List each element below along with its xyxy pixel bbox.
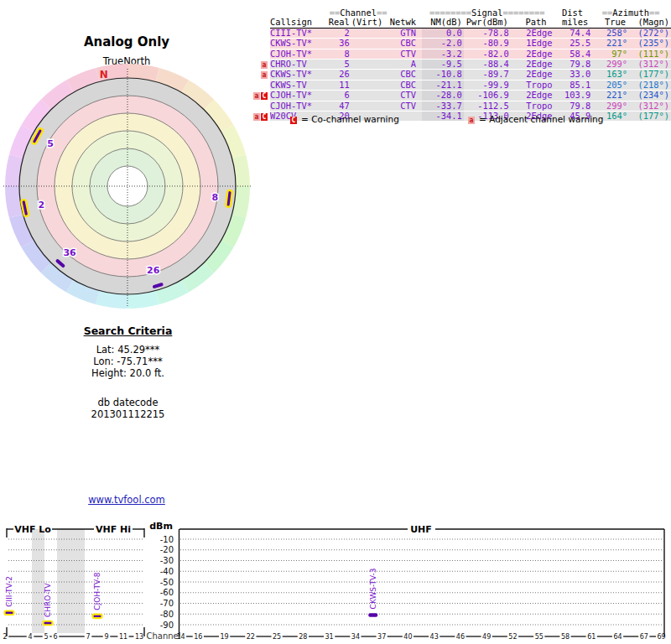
cell-pwr: -80.9 — [464, 39, 511, 49]
cell-path: Tropo — [511, 80, 554, 90]
cell-real: 36 — [329, 39, 351, 49]
radar-marker-label: 5 — [47, 138, 54, 149]
cell-callsign: CKWS-TV* — [270, 70, 329, 80]
signal-marker-label: CJOH-TV-8 — [94, 572, 102, 610]
cell-true_az: 163° — [592, 70, 629, 80]
signal-strength-chart: -10-20-30-40-50-60-70-80-90VHF LoVHF HiU… — [0, 518, 671, 644]
cell-real: 11 — [329, 80, 351, 90]
cell-virt — [351, 60, 390, 70]
warning-badge-cell: a — [252, 70, 270, 80]
cell-magn: (218°) — [629, 80, 671, 90]
channel-tick-label: 64 — [613, 633, 622, 641]
channel-tick-label: 34 — [351, 633, 360, 641]
north-label: N — [100, 69, 108, 80]
warning-badge-cell: aC — [252, 91, 270, 101]
cell-miles: 33.0 — [554, 70, 593, 80]
warning-badge-cell — [252, 49, 270, 59]
channel-tick-label: 49 — [482, 633, 491, 641]
co-channel-legend-text: = Co-channel warning — [301, 114, 399, 124]
co-channel-badge: C — [261, 92, 268, 100]
cell-nm: -34.1 — [422, 112, 464, 122]
cell-virt — [351, 80, 390, 90]
cell-nm: -3.2 — [422, 49, 464, 59]
search-criteria-panel: Search Criteria Lat: 45.29*** Lon: -75.7… — [46, 325, 210, 420]
latitude-value: Lat: 45.29*** — [46, 344, 210, 356]
channel-tick-label: 28 — [299, 633, 307, 641]
dbm-tick-label: -70 — [160, 599, 174, 608]
cell-real: 5 — [329, 60, 351, 70]
table-row: CKWS-TV*36CBC-2.0-80.91Edge25.5221°(235°… — [252, 39, 671, 49]
table-column-header-row: Callsign Real (Virt) Netwk NM(dB) Pwr(dB… — [252, 18, 671, 28]
col-netwk: Netwk — [390, 18, 422, 28]
col-magn: (Magn) — [629, 18, 671, 28]
channel-tick-label: 2 — [3, 633, 7, 641]
cell-callsign: CKWS-TV — [270, 80, 329, 90]
cell-real: 2 — [329, 28, 351, 38]
adjacent-channel-badge: a — [253, 92, 260, 100]
cell-path: 2Edge — [511, 91, 554, 101]
cell-true_az: 299° — [592, 101, 629, 111]
cell-nm: -2.0 — [422, 39, 464, 49]
channel-tick-label: 58 — [561, 633, 570, 641]
adjacent-channel-badge: a — [261, 61, 268, 69]
cell-virt — [351, 101, 390, 111]
warning-badge-cell — [252, 39, 270, 49]
cell-miles: 74.4 — [554, 28, 593, 38]
col-path: Path — [511, 18, 554, 28]
adjacent-channel-badge: a — [261, 71, 268, 79]
channel-tick-label: 37 — [377, 633, 386, 641]
cell-nm: -9.5 — [422, 60, 464, 70]
adjacent-channel-legend: a= Adjacent channel warning — [467, 114, 603, 124]
co-channel-legend: C= Co-channel warning — [289, 114, 399, 124]
cell-virt — [351, 39, 390, 49]
channel-tick-label: 13 — [135, 633, 143, 641]
dbm-tick-label: -80 — [160, 610, 174, 619]
signal-marker-label: CKWS-TV-3 — [369, 568, 377, 609]
cell-pwr: -106.9 — [464, 91, 511, 101]
channel-tick-label: 4 — [28, 633, 32, 641]
warning-badge-cell: aC — [252, 112, 270, 122]
dbm-tick-label: -40 — [160, 567, 174, 576]
cell-netwk: CTV — [390, 91, 422, 101]
cell-callsign: CIII-TV* — [270, 28, 329, 38]
channel-tick-label: 43 — [430, 633, 439, 641]
cell-true_az: 221° — [592, 91, 629, 101]
cell-true_az: 97° — [592, 49, 629, 59]
dbm-tick-label: -10 — [160, 535, 174, 544]
warning-badge-cell: a — [252, 60, 270, 70]
cell-true_az: 205° — [592, 80, 629, 90]
cell-netwk: CTV — [390, 101, 422, 111]
cell-path: 2Edge — [511, 60, 554, 70]
cell-callsign: CHRO-TV — [270, 60, 329, 70]
cell-true_az: 299° — [592, 60, 629, 70]
signal-marker-CKWS-TV-3 — [368, 613, 377, 617]
tvfool-link[interactable]: www.tvfool.com — [88, 494, 165, 506]
table-row: CJOH-TV*47CTV-33.7-112.5Tropo79.8299°(31… — [252, 101, 671, 111]
db-datecode-value: 201301112215 — [46, 408, 210, 420]
cell-magn: (177°) — [629, 112, 671, 122]
cell-nm: -21.1 — [422, 80, 464, 90]
table-row: CJOH-TV*8CTV-3.2-82.02Edge58.497°(111°) — [252, 49, 671, 59]
col-true: True — [592, 18, 629, 28]
channel-tick-label: 67 — [640, 633, 648, 641]
channel-tick-label: 7 — [86, 633, 90, 641]
radar-marker-label: 8 — [211, 192, 218, 203]
channel-tick-label: 25 — [273, 633, 281, 641]
cell-callsign: CKWS-TV* — [270, 39, 329, 49]
cell-real: 26 — [329, 70, 351, 80]
cell-netwk: CTV — [390, 49, 422, 59]
cell-callsign: CJOH-TV* — [270, 101, 329, 111]
cell-pwr: -112.5 — [464, 101, 511, 111]
dbm-tick-label: -60 — [160, 588, 174, 597]
cell-virt — [351, 91, 390, 101]
col-pwr: Pwr(dBm) — [464, 18, 511, 28]
channel-tick-label: 31 — [325, 633, 334, 641]
cell-path: 2Edge — [511, 28, 554, 38]
dbm-tick-label: -30 — [160, 556, 174, 565]
channel-tick-label: 5 — [44, 633, 48, 641]
cell-path: 1Edge — [511, 39, 554, 49]
channel-tick-label: 55 — [535, 633, 544, 641]
col-nm: NM(dB) — [422, 18, 464, 28]
col-miles: miles — [554, 18, 593, 28]
azimuth-radar-plot: N5283626 — [0, 0, 260, 317]
